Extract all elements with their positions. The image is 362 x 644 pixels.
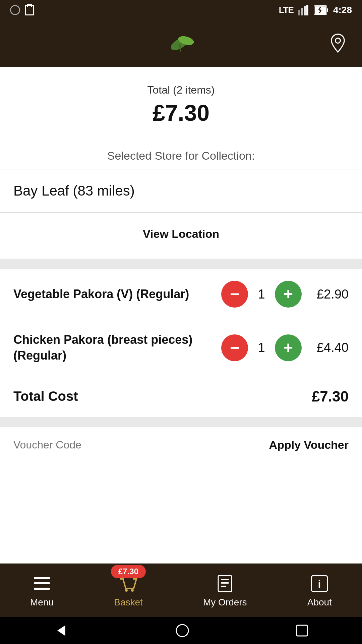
decrease-qty-button[interactable]: − bbox=[221, 334, 248, 361]
store-name: Bay Leaf (83 miles) bbox=[0, 176, 362, 206]
total-cost-label: Total Cost bbox=[13, 389, 78, 404]
menu-nav-label: Menu bbox=[30, 597, 54, 608]
myorders-icon bbox=[214, 573, 236, 594]
apply-voucher-button[interactable]: Apply Voucher bbox=[255, 434, 349, 456]
svg-rect-6 bbox=[327, 8, 328, 12]
total-amount-large: £7.30 bbox=[7, 100, 355, 126]
svg-rect-14 bbox=[34, 577, 50, 579]
qty-number: 1 bbox=[255, 340, 268, 355]
voucher-section: Apply Voucher bbox=[0, 427, 362, 476]
order-summary: Total (2 items) £7.30 bbox=[0, 67, 362, 139]
app-header bbox=[0, 20, 362, 67]
status-right-icons: LTE 4:28 bbox=[279, 5, 352, 15]
myorders-nav-label: My Orders bbox=[203, 597, 247, 608]
battery-icon bbox=[314, 5, 328, 15]
total-label: Total (2 items) bbox=[7, 84, 355, 96]
increase-qty-button[interactable]: + bbox=[275, 334, 302, 361]
svg-rect-3 bbox=[306, 5, 308, 15]
total-cost-row: Total Cost £7.30 bbox=[0, 376, 362, 417]
android-recents-button[interactable] bbox=[295, 624, 309, 637]
voucher-row: Apply Voucher bbox=[0, 427, 362, 463]
svg-point-18 bbox=[131, 589, 134, 592]
about-nav-label: About bbox=[307, 597, 332, 608]
cart-item: Vegetable Pakora (V) (Regular) − 1 + £2.… bbox=[0, 269, 362, 320]
circle-status-icon bbox=[10, 5, 20, 15]
location-button[interactable] bbox=[327, 33, 349, 55]
app-logo bbox=[161, 25, 201, 62]
android-nav-bar bbox=[0, 617, 362, 644]
svg-rect-22 bbox=[221, 586, 226, 587]
about-icon: i bbox=[309, 573, 330, 594]
svg-rect-1 bbox=[301, 8, 303, 15]
bottom-spacer bbox=[0, 476, 362, 564]
qty-controls: − 1 + bbox=[221, 334, 302, 361]
svg-point-13 bbox=[336, 38, 341, 43]
item-name: Chicken Pakora (breast pieces) (Regular) bbox=[13, 332, 215, 364]
item-price: £2.90 bbox=[308, 287, 349, 302]
svg-rect-20 bbox=[221, 579, 229, 580]
total-cost-amount: £7.30 bbox=[312, 388, 349, 405]
nav-item-basket[interactable]: £7.30 Basket bbox=[104, 573, 153, 608]
menu-icon bbox=[31, 573, 53, 594]
status-left-icons bbox=[10, 5, 34, 15]
svg-point-26 bbox=[176, 625, 188, 637]
view-location-button[interactable]: View Location bbox=[0, 219, 362, 249]
bottom-nav: Menu £7.30 Basket My Orders bbox=[0, 564, 362, 617]
basket-badge: £7.30 bbox=[111, 565, 146, 578]
nav-item-menu[interactable]: Menu bbox=[20, 573, 64, 608]
nav-item-about[interactable]: i About bbox=[297, 573, 342, 608]
store-section: Selected Store for Collection: Bay Leaf … bbox=[0, 139, 362, 259]
svg-rect-15 bbox=[34, 582, 50, 584]
divider-bottom bbox=[0, 212, 362, 213]
cart-items: Vegetable Pakora (V) (Regular) − 1 + £2.… bbox=[0, 269, 362, 417]
qty-controls: − 1 + bbox=[221, 281, 302, 308]
qty-number: 1 bbox=[255, 287, 268, 302]
basket-nav-label: Basket bbox=[114, 597, 143, 608]
nav-item-myorders[interactable]: My Orders bbox=[193, 573, 257, 608]
android-back-button[interactable] bbox=[53, 623, 69, 639]
android-home-button[interactable] bbox=[176, 624, 189, 637]
increase-qty-button[interactable]: + bbox=[275, 281, 302, 308]
gray-separator-2 bbox=[0, 417, 362, 427]
sd-card-icon bbox=[25, 5, 34, 15]
svg-text:i: i bbox=[318, 578, 321, 590]
lte-icon: LTE bbox=[279, 5, 294, 15]
svg-rect-2 bbox=[304, 6, 306, 15]
item-name: Vegetable Pakora (V) (Regular) bbox=[13, 286, 215, 302]
decrease-qty-button[interactable]: − bbox=[221, 281, 248, 308]
gray-separator bbox=[0, 259, 362, 269]
svg-rect-16 bbox=[34, 588, 50, 590]
store-label: Selected Store for Collection: bbox=[0, 149, 362, 162]
item-price: £4.40 bbox=[308, 340, 349, 355]
signal-icon bbox=[298, 5, 309, 15]
time-display: 4:28 bbox=[333, 5, 352, 15]
voucher-input[interactable] bbox=[13, 434, 248, 456]
cart-item: Chicken Pakora (breast pieces) (Regular)… bbox=[0, 320, 362, 376]
status-bar: LTE 4:28 bbox=[0, 0, 362, 20]
svg-marker-25 bbox=[57, 625, 65, 636]
svg-rect-0 bbox=[298, 10, 300, 15]
divider-top bbox=[0, 169, 362, 169]
svg-rect-27 bbox=[297, 625, 307, 636]
svg-point-17 bbox=[125, 589, 128, 592]
svg-rect-21 bbox=[221, 582, 229, 584]
